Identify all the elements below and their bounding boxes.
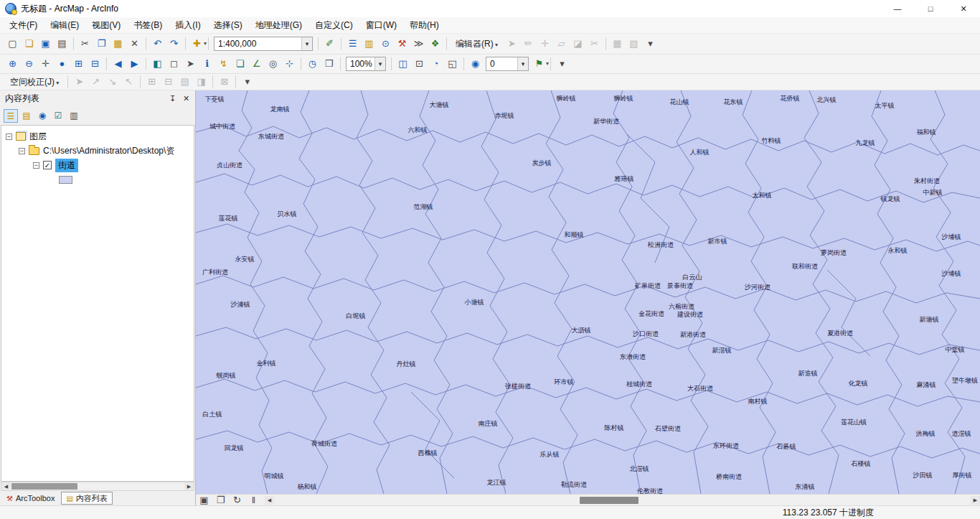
menu-item[interactable]: 视图(V) <box>85 17 127 34</box>
tab-contents-list[interactable]: ▤ 内容列表 <box>61 492 112 505</box>
go-to-xy-icon[interactable]: ⊹ <box>282 57 297 71</box>
python-icon[interactable]: ≫ <box>411 37 426 51</box>
map-town-label: 伦教街道 <box>637 487 663 495</box>
tree-row-symbol[interactable] <box>1 172 194 187</box>
map-view[interactable]: 下茭镇龙南镇大塘镇赤坭镇狮岭镇狮岭镇花山镇花东镇花侨镇北兴镇太平镇城中街道东城街… <box>196 90 980 494</box>
magnifier-window-icon[interactable]: ◔ <box>428 57 443 71</box>
toc-options-icon[interactable]: ▥ <box>67 109 81 123</box>
menu-item[interactable]: 窗口(W) <box>359 17 403 34</box>
chevron-down-icon[interactable]: ▾ <box>374 57 385 70</box>
modelbuilder-icon[interactable]: ❖ <box>428 37 443 51</box>
select-features-icon[interactable]: ◧ <box>150 57 165 71</box>
collapse-icon[interactable]: − <box>33 162 39 169</box>
menu-item[interactable]: 自定义(C) <box>308 17 359 34</box>
pin-icon[interactable]: ↧ <box>166 94 179 103</box>
search-icon[interactable]: ⊙ <box>378 37 393 51</box>
menu-item[interactable]: 编辑(E) <box>44 17 85 34</box>
paste-icon[interactable]: ▦ <box>110 37 126 51</box>
fixed-zoom-out-icon[interactable]: ⊟ <box>88 57 103 71</box>
toolbar-options-icon[interactable]: ▾ <box>555 57 570 71</box>
clear-selection-icon[interactable]: ◻ <box>166 57 182 71</box>
toolbar-options-icon[interactable]: ▾ <box>643 37 658 51</box>
delete-icon[interactable]: ✕ <box>127 37 142 51</box>
print-icon[interactable]: ▤ <box>55 37 70 51</box>
map-horizontal-scrollbar[interactable]: ◀ ▶ <box>265 495 980 505</box>
layer-name[interactable]: 街道 <box>55 159 78 172</box>
scroll-right-icon[interactable]: ▶ <box>184 482 194 490</box>
toc-list-by-drawing-order-icon[interactable]: ☰ <box>4 109 18 123</box>
map-town-label: 石楼镇 <box>852 459 871 469</box>
toc-horizontal-scrollbar[interactable]: ◀ ▶ <box>1 482 194 491</box>
hyperlink-icon[interactable]: ↯ <box>216 57 231 71</box>
collapse-icon[interactable]: − <box>6 134 12 140</box>
zoom-out-icon[interactable]: ⊖ <box>22 57 37 71</box>
toc-scroll-thumb[interactable] <box>11 483 77 490</box>
tree-row-layers[interactable]: − 图层 <box>1 129 194 144</box>
menu-item[interactable]: 帮助(H) <box>403 17 446 34</box>
toolbar-options-icon[interactable]: ▾ <box>240 75 255 89</box>
catalog-icon[interactable]: ▥ <box>362 37 377 51</box>
focus-data-frame-icon[interactable]: ⊡ <box>412 57 427 71</box>
table-of-contents-icon[interactable]: ☰ <box>345 37 360 51</box>
undo-icon[interactable]: ↶ <box>150 37 165 51</box>
zoom-percent-combo[interactable]: 100%▾ <box>346 57 386 71</box>
find-icon[interactable]: ◎ <box>265 57 281 71</box>
flag-icon[interactable]: ⚑▾ <box>532 57 547 71</box>
zoom-in-icon[interactable]: ⊕ <box>5 57 20 71</box>
toc-list-by-visibility-icon[interactable]: ◉ <box>35 109 50 123</box>
toc-list-by-source-icon[interactable]: ▤ <box>19 109 34 123</box>
map-town-label: 沙田镇 <box>913 471 933 480</box>
full-extent-icon[interactable]: ● <box>55 57 70 71</box>
collapse-icon[interactable]: − <box>19 148 25 154</box>
forward-extent-icon[interactable]: ▶ <box>127 57 142 71</box>
close-button[interactable]: ✕ <box>947 0 980 17</box>
chevron-down-icon[interactable]: ▾ <box>517 57 528 70</box>
tree-row-layer[interactable]: − ✓ 街道 <box>1 158 194 172</box>
pan-icon[interactable]: ✛ <box>38 57 53 71</box>
layer-symbol-swatch[interactable] <box>59 176 72 184</box>
scroll-left-icon[interactable]: ◀ <box>1 482 11 490</box>
scroll-right-icon[interactable]: ▶ <box>971 496 980 505</box>
save-icon[interactable]: ▣ <box>38 37 53 51</box>
menu-item[interactable]: 文件(F) <box>3 17 44 34</box>
open-folder-icon[interactable]: ❏ <box>22 37 37 51</box>
measure-icon[interactable]: ∠ <box>249 57 264 71</box>
layer-visibility-checkbox[interactable]: ✓ <box>43 161 52 169</box>
globe-window-icon[interactable]: ◉ <box>468 57 483 71</box>
data-frame-icon <box>16 132 26 141</box>
map-town-label: 沙埔镇 <box>942 233 961 242</box>
tree-row-workspace[interactable]: − C:\Users\Administrator\Desktop\资 <box>1 144 194 158</box>
viewer-window-icon[interactable]: ❒ <box>321 57 336 71</box>
editor-dropdown[interactable]: 编辑器(R) ▾ <box>451 37 502 52</box>
overview-window-icon[interactable]: ◱ <box>445 57 460 71</box>
tab-arctoolbox[interactable]: ⚒ ArcToolbox <box>1 492 60 505</box>
arctoolbox-icon[interactable]: ⚒ <box>395 37 410 51</box>
edit-sketch-icon[interactable]: ✐ <box>322 37 337 51</box>
toggle-draft-mode-icon[interactable]: ◫ <box>395 57 410 71</box>
add-data-icon[interactable]: ✚▾ <box>189 37 204 51</box>
chevron-down-icon[interactable]: ▾ <box>301 37 312 50</box>
fixed-zoom-in-icon[interactable]: ⊞ <box>71 57 86 71</box>
toc-list-by-selection-icon[interactable]: ☑ <box>51 109 65 123</box>
close-icon[interactable]: ✕ <box>180 94 192 103</box>
back-extent-icon[interactable]: ◀ <box>110 57 126 71</box>
redo-icon[interactable]: ↷ <box>166 37 182 51</box>
new-document-icon[interactable]: ▢ <box>5 37 20 51</box>
time-slider-icon[interactable]: ◷ <box>305 57 320 71</box>
spatial-adjustment-dropdown[interactable]: 空间校正(J) ▾ <box>6 75 63 90</box>
identify-icon[interactable]: ℹ <box>199 57 215 71</box>
menu-item[interactable]: 选择(S) <box>207 17 249 34</box>
menu-item[interactable]: 地理处理(G) <box>249 17 308 34</box>
html-popup-icon[interactable]: ❏ <box>232 57 248 71</box>
maximize-button[interactable]: □ <box>914 0 947 17</box>
scroll-left-icon[interactable]: ◀ <box>265 496 274 505</box>
scale-combo[interactable]: 1:400,000▾ <box>214 37 313 51</box>
map-scroll-thumb[interactable] <box>580 497 639 504</box>
cut-icon[interactable]: ✂ <box>77 37 93 51</box>
menu-item[interactable]: 书签(B) <box>127 17 169 34</box>
copy-icon[interactable]: ❐ <box>94 37 109 51</box>
menu-item[interactable]: 插入(I) <box>169 17 207 34</box>
minimize-button[interactable]: — <box>881 0 914 17</box>
select-elements-icon[interactable]: ➤ <box>183 57 198 71</box>
value-combo[interactable]: 0▾ <box>486 57 529 71</box>
